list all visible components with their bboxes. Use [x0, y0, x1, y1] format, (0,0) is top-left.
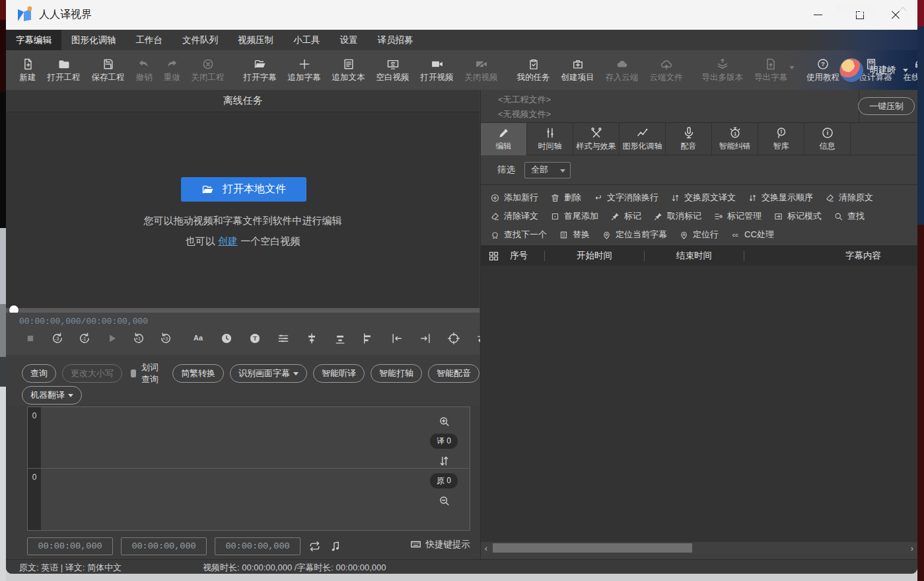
text-style[interactable]: T: [246, 330, 264, 347]
scroll-right-arrow[interactable]: ›: [907, 543, 917, 553]
export-multi-version[interactable]: 导出多版本: [696, 52, 749, 89]
my-tasks[interactable]: 我的任务: [511, 52, 555, 89]
mark-manage[interactable]: 标记管理: [713, 210, 762, 222]
word-lookup-checkbox[interactable]: [131, 369, 136, 377]
clear-trans[interactable]: 清除译文: [490, 210, 538, 222]
save-project[interactable]: 保存工程: [86, 52, 130, 89]
open-video[interactable]: 打开视频: [415, 52, 459, 89]
cloud-files[interactable]: 云端文件: [644, 52, 688, 89]
file-drop-zone[interactable]: 打开本地文件 您可以拖动视频和字幕文件到软件中进行编辑 也可以 创建 一个空白视…: [6, 112, 480, 308]
tab-dubbing[interactable]: 配音: [666, 123, 712, 155]
forward-1s[interactable]: +1: [130, 330, 147, 347]
create-blank-video-link[interactable]: 创建: [218, 235, 238, 247]
align-bottom[interactable]: [332, 330, 349, 347]
adjust-sliders[interactable]: [275, 330, 292, 347]
mark-mode[interactable]: 标记模式: [773, 210, 822, 222]
shortcut-hint-button[interactable]: 快捷键提示: [409, 538, 471, 551]
add-new-line[interactable]: 添加新行: [490, 192, 538, 204]
scrollbar-thumb[interactable]: [493, 543, 692, 553]
rewind-3s[interactable]: -3: [49, 330, 66, 347]
menu-file-queue[interactable]: 文件队列: [172, 30, 228, 50]
subtitle-table-body[interactable]: [481, 266, 917, 542]
remove-linebreak[interactable]: 文字消除换行: [593, 192, 658, 204]
zoom-out-icon[interactable]: [438, 494, 450, 507]
snap-end[interactable]: [417, 330, 434, 347]
tab-style-effects[interactable]: 样式与效果: [573, 123, 620, 155]
zoom-in-icon[interactable]: [438, 415, 450, 428]
open-project[interactable]: 打开工程: [42, 52, 86, 89]
delete-line[interactable]: 删除: [550, 192, 581, 204]
export-subtitle[interactable]: 导出字幕: [749, 52, 793, 89]
cc-process[interactable]: CCCC处理: [730, 229, 774, 241]
menu-small-tools[interactable]: 小工具: [283, 30, 330, 50]
avatar[interactable]: [839, 58, 863, 82]
rewind-1s[interactable]: -1: [76, 330, 93, 347]
scroll-left-arrow[interactable]: ‹: [481, 543, 491, 553]
menu-subtitle-edit[interactable]: 字幕编辑: [6, 30, 61, 50]
menu-settings[interactable]: 设置: [330, 30, 368, 50]
replace[interactable]: 替换: [559, 229, 590, 241]
close-project[interactable]: 关闭工程: [186, 52, 230, 89]
column-index[interactable]: 序号: [506, 250, 544, 262]
ocr-screen-subtitle[interactable]: 识别画面字幕: [230, 364, 307, 383]
swap-vertical-icon[interactable]: [438, 455, 450, 467]
menu-graphic-axis[interactable]: 图形化调轴: [61, 30, 126, 50]
menu-workbench[interactable]: 工作台: [126, 30, 173, 50]
undo[interactable]: 撤销: [130, 52, 158, 89]
tab-timeline[interactable]: 时间轴: [527, 123, 573, 155]
smart-transcribe[interactable]: 智能听译: [313, 364, 365, 383]
menu-video-encode[interactable]: 视频压制: [228, 30, 283, 50]
menu-translator-recruit[interactable]: 译员招募: [368, 30, 423, 50]
append-subtitle[interactable]: 追加字幕: [282, 52, 326, 89]
open-local-file-button[interactable]: 打开本地文件: [181, 177, 306, 202]
new-project[interactable]: 新建: [14, 52, 42, 89]
editor-bottom-textarea[interactable]: [41, 469, 470, 530]
filter-select[interactable]: 全部: [524, 162, 571, 178]
tab-knowledge-base[interactable]: !智库: [758, 123, 804, 155]
column-end-time[interactable]: 结束时间: [645, 250, 744, 262]
locate-line[interactable]: 定位行: [679, 229, 719, 241]
find[interactable]: 查找: [834, 210, 865, 222]
append-text[interactable]: 追加文本: [326, 52, 371, 89]
align-left[interactable]: [360, 330, 377, 347]
query[interactable]: 查询: [22, 364, 56, 383]
scrollbar-track[interactable]: [491, 543, 907, 553]
unmark[interactable]: 取消标记: [653, 210, 701, 222]
tab-edit[interactable]: 编辑: [481, 123, 527, 155]
grid-view-icon[interactable]: [481, 250, 506, 262]
swap-display-order[interactable]: 交换显示顺序: [748, 192, 813, 204]
stop[interactable]: [22, 330, 39, 347]
duration-time-input[interactable]: [215, 537, 301, 555]
one-key-compress-button[interactable]: 一键压制: [858, 97, 915, 115]
locate-current-subtitle[interactable]: 定位当前字幕: [602, 229, 667, 241]
blank-video[interactable]: 空空白视频: [371, 52, 415, 89]
mark[interactable]: 标记: [610, 210, 641, 222]
find-next[interactable]: 查找下一个: [490, 229, 547, 241]
forward-3s[interactable]: +3: [157, 330, 174, 347]
editor-top-textarea[interactable]: [41, 407, 470, 468]
system-message-link[interactable]: 系统消息: [834, 0, 876, 20]
music-note-icon[interactable]: [329, 540, 341, 553]
align-center[interactable]: [303, 330, 320, 347]
simp-trad-convert[interactable]: 简繁转换: [172, 364, 224, 383]
minimize-button[interactable]: [802, 0, 833, 30]
loop-icon[interactable]: [308, 540, 321, 553]
duration-clock[interactable]: [218, 330, 235, 347]
column-start-time[interactable]: 开始时间: [545, 250, 644, 262]
start-time-input[interactable]: [27, 537, 113, 555]
smart-dubbing[interactable]: 智能配音: [428, 364, 480, 383]
user-caret-down-icon[interactable]: [903, 69, 908, 72]
redo[interactable]: 重做: [158, 52, 186, 89]
save-to-cloud[interactable]: 存入云端: [600, 52, 644, 89]
snap-start[interactable]: [388, 330, 406, 347]
open-subtitle[interactable]: 打开字幕: [238, 52, 282, 89]
change-case[interactable]: 更改大小写: [62, 364, 122, 383]
tab-graphic-axis[interactable]: 图形化调轴: [620, 123, 666, 155]
column-subtitle-content[interactable]: 字幕内容: [744, 250, 917, 262]
create-project[interactable]: 创建项目: [555, 52, 600, 89]
tab-info[interactable]: i信息: [804, 123, 851, 155]
machine-translate[interactable]: 机器翻译: [22, 386, 82, 405]
seek-bar[interactable]: [6, 308, 480, 313]
font-size[interactable]: Aa: [190, 330, 207, 347]
clear-source[interactable]: 清除原文: [825, 192, 873, 204]
